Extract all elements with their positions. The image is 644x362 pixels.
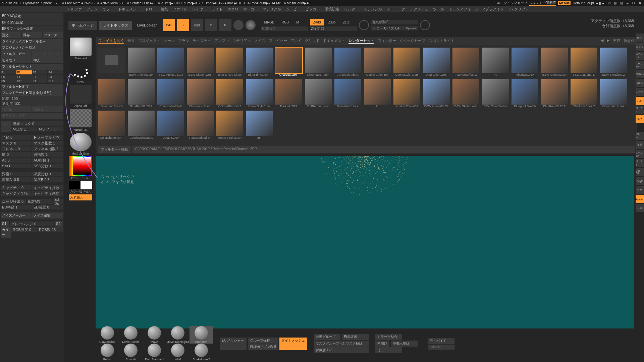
depth[interactable]: 深度 0 bbox=[1, 172, 32, 176]
noise-maker[interactable]: ノイズメーカー bbox=[1, 213, 32, 219]
f1-slot[interactable]: F1 bbox=[1, 70, 16, 74]
floor-btn[interactable]: フロア bbox=[636, 97, 644, 105]
preset-childrensbook-z[interactable]: ChildrensBook.Z bbox=[571, 79, 597, 108]
preset-blueprint-sketch[interactable]: Blueprint Sketch bbox=[512, 79, 538, 108]
xyz-btn[interactable]: XYZ bbox=[636, 115, 644, 123]
menu-item[interactable]: レンダー bbox=[344, 7, 359, 12]
menu-item[interactable]: ステンシル bbox=[364, 7, 382, 12]
transparent-btn[interactable]: 透明 bbox=[636, 186, 644, 194]
autogroup[interactable]: 自動グループ bbox=[314, 334, 340, 340]
tab-tool[interactable]: ツール bbox=[164, 38, 175, 44]
preset-comic-color-ton[interactable]: Comic Color Ton bbox=[364, 48, 391, 76]
menu-item[interactable]: ムービー bbox=[286, 7, 301, 12]
sssexp[interactable]: SSS指数 1 bbox=[32, 164, 63, 168]
menu-item[interactable]: ドキュメント bbox=[118, 7, 140, 12]
focal-shift[interactable]: 焦点移動 0 bbox=[371, 20, 418, 24]
edge[interactable]: エッジ検出 0 bbox=[1, 199, 26, 204]
menu-item[interactable]: Zスクリプト bbox=[508, 7, 529, 12]
move3d-btn[interactable]: 移動 bbox=[636, 141, 644, 149]
brush-snakehook[interactable]: SnakeHook2 bbox=[190, 344, 213, 361]
m-btn[interactable]: M bbox=[293, 19, 302, 25]
divide-btn[interactable]: ディバイド bbox=[428, 338, 454, 344]
exec-btn[interactable]: 実行 bbox=[613, 38, 620, 44]
modifier[interactable]: モディファイア bbox=[1, 113, 63, 119]
radius[interactable]: 半径 0 bbox=[1, 135, 32, 140]
lightbox-btn[interactable]: ライトボックス bbox=[99, 21, 132, 30]
draw-size[interactable]: ドローサイズ 64Dynamic bbox=[371, 26, 418, 31]
transparency-btn[interactable]: ウィンドウ透明度 bbox=[529, 1, 556, 6]
openhole[interactable]: 穴開け bbox=[375, 341, 389, 347]
zadd-btn[interactable]: Zadd bbox=[310, 19, 324, 25]
menu-item[interactable]: マクロ bbox=[227, 7, 238, 12]
preset-blueprint03-zrp[interactable]: BluePrint03.ZRP bbox=[541, 79, 568, 108]
menu-item[interactable]: レイヤー bbox=[192, 7, 207, 12]
preset-illu[interactable]: Illu bbox=[364, 79, 391, 108]
preset-abstractcoloroff[interactable]: AbstractColorOff bbox=[393, 79, 420, 108]
tab-document[interactable]: ドキュメント bbox=[323, 38, 345, 44]
load-project-btn[interactable]: プロジェクトから読込 bbox=[1, 45, 63, 51]
preset-flatpainteffect-z[interactable]: FlatPaintEffect.Z bbox=[452, 48, 479, 76]
zoom2d-btn[interactable]: ズーム2D bbox=[636, 61, 644, 69]
shadow[interactable]: 影 0 bbox=[1, 152, 32, 157]
preset-dotrender-toon[interactable]: DotRender_toon bbox=[305, 79, 332, 108]
menu-item[interactable]: ライト bbox=[212, 7, 223, 12]
preset-chromatic-aberr-[interactable]: Chromatic Aberr. bbox=[187, 79, 214, 108]
frame-btn[interactable]: フレーム bbox=[636, 132, 644, 140]
alpha-picker[interactable]: Alpha Off bbox=[69, 84, 92, 108]
filter-copy-btn[interactable]: フィルタコピー bbox=[1, 51, 32, 57]
normal[interactable]: ▶ノーマルガウ: bbox=[32, 135, 63, 140]
f12-slot[interactable]: F12 bbox=[48, 79, 63, 83]
menu-item[interactable]: テクスチャ bbox=[410, 7, 428, 12]
bpr-ao-header[interactable]: BPR AO設定 bbox=[1, 13, 63, 19]
local-btn[interactable]: ローカル bbox=[636, 106, 644, 114]
mblur[interactable]: Mぼかし 1 bbox=[11, 127, 37, 131]
blend-mode[interactable]: ブレンドモード▶置き換え(通常) bbox=[1, 90, 63, 96]
depthexp[interactable]: 深度指数 1 bbox=[32, 172, 63, 176]
preset-colorshatter-zrf[interactable]: ColorShatter.ZRF bbox=[98, 111, 125, 139]
viewport[interactable] bbox=[96, 156, 634, 328]
cavityexp[interactable]: キャビティ指数 bbox=[32, 185, 63, 190]
home-btn[interactable]: ホームページ bbox=[68, 21, 97, 30]
menu-item[interactable]: ファイル bbox=[173, 7, 187, 12]
preset-flatwatercolors-[interactable]: FlatWaterColors. bbox=[334, 79, 361, 108]
material-picker[interactable]: MatCap Gray bbox=[69, 132, 92, 155]
liveboolean-btn[interactable]: LiveBoolean bbox=[134, 21, 161, 29]
brush-standard[interactable]: Standard bbox=[190, 326, 213, 344]
nav-next-icon[interactable]: ▶ bbox=[607, 38, 609, 44]
filter-reset-btn[interactable]: フィルターリセット bbox=[1, 64, 63, 70]
preset-diag-glitch-zrp[interactable]: Diag Glitch.ZRP bbox=[423, 48, 450, 76]
g1[interactable]: G1 bbox=[1, 221, 9, 227]
drawcolor[interactable]: 描画色 bbox=[32, 106, 63, 112]
tab-texture[interactable]: テクスチャ bbox=[193, 38, 211, 44]
menu-item[interactable]: Zプラグイン bbox=[483, 7, 504, 12]
brush-moveelastic[interactable]: Move Elastic bbox=[119, 326, 143, 344]
preset-heavystrokes-zr[interactable]: HeavyStrokes.ZR bbox=[216, 111, 243, 139]
fresnelexp[interactable]: フレネル指数 1 bbox=[32, 146, 63, 151]
rgb-exp[interactable]: RGB数 25 bbox=[38, 227, 63, 232]
mergemirror[interactable]: ミラーと結合 bbox=[375, 334, 402, 340]
dynamic-btn[interactable]: Dynamic bbox=[636, 195, 644, 203]
preset-abstract-zrp[interactable]: Abstract.ZRP bbox=[512, 48, 538, 76]
depthb[interactable]: 深度B 0.5 bbox=[32, 177, 63, 182]
tab-quicksave[interactable]: クイックセーブ bbox=[399, 38, 425, 44]
bpr-sss-header[interactable]: BPR SSS設定 bbox=[1, 19, 63, 25]
new-btn[interactable]: 新規作 bbox=[624, 38, 635, 44]
brush-claybuildup[interactable]: ClayBuildup bbox=[96, 326, 119, 344]
dynamesh-btn[interactable]: ダイナメッシュ bbox=[279, 338, 307, 350]
menu-item[interactable]: カラー bbox=[102, 7, 113, 12]
maskgroup[interactable]: マスクグループ化とマスク解除 bbox=[314, 341, 369, 347]
brush-picker[interactable]: Standard bbox=[69, 37, 92, 60]
cavity[interactable]: キャビティ 0 bbox=[1, 185, 32, 190]
maskexp[interactable]: マスク指数 1 bbox=[32, 141, 63, 145]
preset-chromatic-aberr-[interactable]: Chromatic Aberr. bbox=[305, 48, 332, 76]
zremesher-btn[interactable]: Zリメッシャー bbox=[220, 338, 247, 350]
bgcolor[interactable]: 背景色 bbox=[1, 106, 32, 112]
folder-up[interactable] bbox=[98, 48, 125, 76]
tab-recent[interactable]: 最近 bbox=[127, 38, 135, 44]
preset-comicstyle-dani[interactable]: ComicStyle_Dani bbox=[393, 48, 420, 76]
menu-item[interactable]: ツール bbox=[433, 7, 444, 12]
f3-slot[interactable]: F3 bbox=[32, 70, 48, 74]
preset-b-w-anime01-zr[interactable]: B&W Anime01.ZR bbox=[128, 48, 155, 76]
menu-item[interactable]: マーカー bbox=[243, 7, 258, 12]
stroke-picker[interactable]: Dots bbox=[69, 61, 92, 84]
